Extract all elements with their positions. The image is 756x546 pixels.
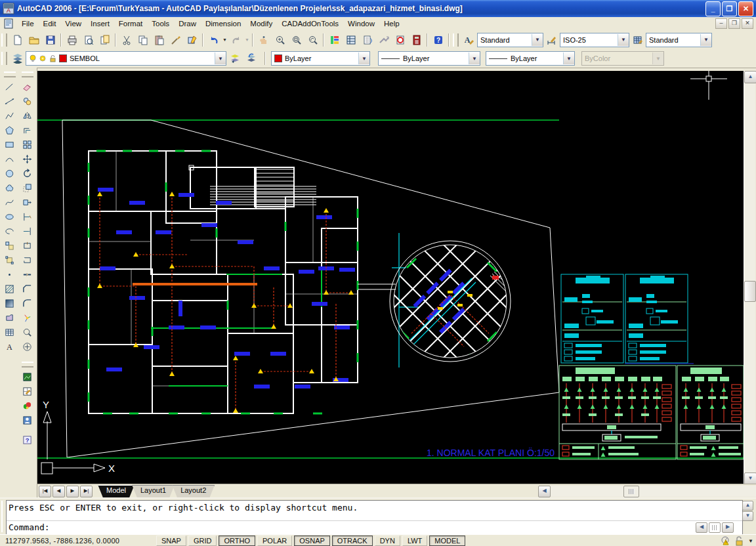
menu-draw[interactable]: Draw [174, 18, 201, 29]
publish-button[interactable] [96, 32, 113, 48]
minimize-button[interactable]: _ [705, 1, 721, 16]
scale-button[interactable] [20, 180, 35, 195]
gradient-button[interactable] [2, 296, 18, 310]
plot-button[interactable] [64, 32, 80, 48]
menu-view[interactable]: View [60, 18, 86, 29]
menu-format[interactable]: Format [114, 18, 147, 29]
ortho-toggle[interactable]: ORTHO [219, 536, 255, 546]
trim-button[interactable] [20, 209, 35, 224]
mtext-button[interactable]: A [2, 339, 18, 354]
draw-point-button[interactable] [2, 267, 18, 282]
combo-arrow-icon[interactable]: ▼ [532, 34, 543, 46]
chamfer-button[interactable] [20, 282, 35, 296]
move-button[interactable] [20, 152, 35, 166]
combo-arrow-icon[interactable]: ▼ [215, 52, 226, 64]
menu-file[interactable]: File [17, 18, 39, 29]
menu-dimension[interactable]: Dimension [201, 18, 245, 29]
snap-toggle[interactable]: SNAP [156, 536, 186, 546]
polar-toggle[interactable]: POLAR [257, 536, 292, 546]
horizontal-scrollbar[interactable]: ◀ ▶ [538, 486, 756, 497]
mirror-button[interactable] [20, 108, 35, 123]
combo-arrow-icon[interactable]: ▼ [618, 34, 629, 46]
tab-first-button[interactable]: |◀ [39, 486, 51, 497]
title-bar[interactable]: A AutoCAD 2006 - [E:\Forum\TurkYasam - A… [0, 0, 756, 17]
draw-ellipse-button[interactable] [2, 209, 18, 224]
menu-insert[interactable]: Insert [86, 18, 114, 29]
tray-dropdown-arrow[interactable]: ▼ [747, 538, 753, 544]
combo-arrow-icon[interactable]: ▼ [563, 52, 574, 64]
unlock-tray-icon[interactable] [734, 536, 744, 546]
linetype-combo[interactable]: ByLayer ▼ [378, 51, 480, 66]
tab-next-button[interactable]: ▶ [66, 486, 79, 497]
command-scroll-thumb[interactable] [709, 522, 721, 533]
redo-dropdown[interactable]: ▼ [244, 32, 250, 47]
osnap-toggle[interactable]: OSNAP [294, 536, 330, 546]
restore-button[interactable]: ❐ [722, 1, 737, 16]
addon-image-button[interactable] [20, 369, 35, 384]
layer-previous-button[interactable] [243, 51, 259, 67]
extend-button[interactable] [20, 224, 35, 238]
make-block-button[interactable] [2, 253, 18, 267]
draw-polyline-button[interactable] [2, 108, 18, 123]
addon-sketch-button[interactable] [20, 384, 35, 398]
toolbar-grip[interactable] [1, 52, 7, 65]
zoom-realtime-button[interactable] [272, 32, 288, 48]
dim-style-combo[interactable]: ISO-25 ▼ [560, 33, 629, 47]
menu-modify[interactable]: Modify [245, 18, 277, 29]
rotate-button[interactable] [20, 166, 35, 180]
child-close-button[interactable]: ✕ [742, 18, 753, 29]
draw-ellipse-arc-button[interactable] [2, 224, 18, 238]
pan-tool-button[interactable] [20, 339, 35, 354]
scroll-left-button[interactable]: ◀ [538, 486, 551, 497]
combo-arrow-icon[interactable]: ▼ [469, 52, 480, 64]
command-scroll-down-button[interactable]: ▼ [742, 511, 753, 521]
dyn-toggle[interactable]: DYN [375, 536, 400, 546]
pan-button[interactable] [255, 32, 272, 48]
lineweight-combo[interactable]: ByLayer ▼ [486, 51, 575, 66]
tool-palettes-button[interactable] [359, 32, 375, 48]
block-editor-button[interactable] [184, 32, 200, 48]
open-button[interactable] [26, 32, 42, 48]
command-scroll-up-button[interactable]: ▲ [742, 501, 753, 511]
properties-button[interactable] [326, 32, 343, 48]
command-scroll-left-button[interactable]: ◀ [696, 522, 707, 533]
menu-tools[interactable]: Tools [147, 18, 174, 29]
layer-manager-button[interactable] [9, 51, 26, 67]
menu-edit[interactable]: Edit [39, 18, 61, 29]
model-toggle[interactable]: MODEL [429, 536, 465, 546]
command-prompt[interactable]: Command: [9, 522, 50, 532]
help-button[interactable]: ? [430, 32, 446, 48]
cut-button[interactable] [118, 32, 135, 48]
child-minimize-button[interactable]: – [715, 18, 727, 29]
menu-cadaddontools[interactable]: CADAddOnTools [277, 18, 343, 29]
text-style-button[interactable]: A [461, 32, 477, 48]
table-style-combo[interactable]: Standard ▼ [646, 33, 712, 47]
zoom-window-tool-button[interactable] [20, 325, 35, 339]
make-object-layer-current-button[interactable] [226, 51, 243, 67]
tab-layout1[interactable]: Layout1 [132, 485, 175, 498]
undo-button[interactable] [205, 32, 222, 48]
grid-toggle[interactable]: GRID [188, 536, 217, 546]
copy-object-button[interactable] [20, 94, 35, 108]
offset-button[interactable] [20, 123, 35, 137]
toolbar-grip[interactable] [453, 33, 459, 47]
menu-help[interactable]: Help [379, 18, 404, 29]
layer-combo[interactable]: SEMBOL ▼ [26, 51, 226, 66]
command-horizontal-scrollbar[interactable]: ◀ ▶ [696, 522, 734, 533]
color-combo[interactable]: ByLayer ▼ [271, 51, 370, 66]
draw-circle-button[interactable] [2, 166, 18, 180]
copy-button[interactable] [135, 32, 151, 48]
join-button[interactable] [20, 267, 35, 282]
region-button[interactable] [2, 310, 18, 325]
tab-model[interactable]: Model [98, 485, 135, 498]
command-vertical-scrollbar[interactable]: ▲ ▼ [742, 501, 753, 522]
table-button[interactable] [2, 325, 18, 339]
draw-arc-button[interactable] [2, 152, 18, 166]
zoom-previous-button[interactable] [304, 32, 321, 48]
drawing-canvas[interactable]: 1. NORMAL KAT PLANI Ö:1/50 X Y [37, 71, 744, 484]
designcenter-button[interactable] [343, 32, 359, 48]
zoom-window-button[interactable] [288, 32, 304, 48]
undo-dropdown[interactable]: ▼ [222, 32, 228, 47]
insert-block-button[interactable] [2, 238, 18, 253]
draw-polygon-button[interactable] [2, 123, 18, 137]
